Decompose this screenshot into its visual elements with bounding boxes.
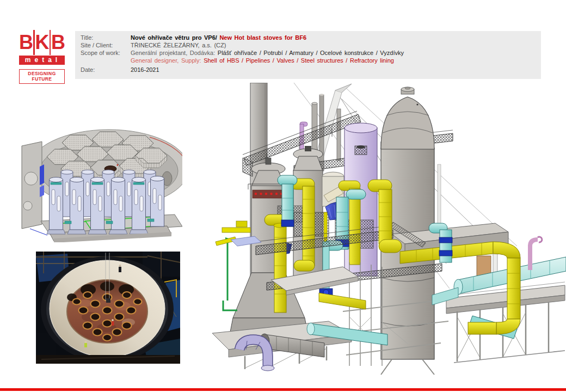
logo-letter-k: K xyxy=(35,32,49,53)
logo-separator xyxy=(33,30,35,55)
title-value: Nové ohřívače větru pro VP6/ New Hot bla… xyxy=(131,34,541,41)
scope-cz-rest: Plášť ohřívače / Potrubí / Armatury / Oc… xyxy=(218,50,404,56)
footer-accent-bar xyxy=(0,388,566,391)
info-row-date: Date: 2016-2021 xyxy=(81,66,541,74)
logo-letters: B K B xyxy=(19,31,65,54)
scope-cz-prefix: Generální projektant, Dodávka: xyxy=(131,50,218,56)
title-value-cz: Nové ohřívače větru pro VP6/ xyxy=(131,34,217,41)
date-label: Date: xyxy=(81,66,131,74)
title-label: Title: xyxy=(81,34,131,41)
scope-line-en: General designer, Supply: Shell of HBS /… xyxy=(131,57,541,64)
logo-wordmark: metal xyxy=(19,56,65,65)
stove-interior-photo-figure xyxy=(36,252,180,364)
scope-value: Generální projektant, Dodávka: Plášť ohř… xyxy=(131,49,541,64)
date-value: 2016-2021 xyxy=(131,66,541,74)
scope-line-cz: Generální projektant, Dodávka: Plášť ohř… xyxy=(131,49,541,57)
logo-tagline: DESIGNING FUTURE xyxy=(19,69,65,84)
plant-3d-render-figure xyxy=(212,83,566,376)
client-value: TŘINECKÉ ŽELEZÁRNY, a.s. (CZ) xyxy=(131,41,541,49)
logo-letter-b1: B xyxy=(19,32,33,53)
scope-label: Scope of work: xyxy=(81,49,131,64)
title-value-en: New Hot blast stoves for BF6 xyxy=(217,34,306,41)
stove-dome-cutaway-cad-figure xyxy=(19,114,182,242)
info-row-scope: Scope of work: Generální projektant, Dod… xyxy=(81,49,541,64)
info-row-title: Title: Nové ohřívače větru pro VP6/ New … xyxy=(81,34,541,41)
bkb-logo: B K B metal DESIGNING FUTURE xyxy=(19,31,65,84)
scope-en-rest: Shell of HBS / Pipelines / Valves / Stee… xyxy=(204,57,394,64)
client-label: Site / Client: xyxy=(81,41,131,49)
logo-letter-b2: B xyxy=(51,32,65,53)
project-info-panel: Title: Nové ohřívače větru pro VP6/ New … xyxy=(75,31,541,79)
green-pipe-elements xyxy=(223,237,237,310)
bottom-walkway xyxy=(36,355,180,364)
scope-en-prefix: General designer, Supply: xyxy=(131,57,204,64)
info-row-client: Site / Client: TŘINECKÉ ŽELEZÁRNY, a.s. … xyxy=(81,41,541,49)
slide: B K B metal DESIGNING FUTURE Title: Nové… xyxy=(0,0,566,392)
logo-separator xyxy=(50,30,51,55)
